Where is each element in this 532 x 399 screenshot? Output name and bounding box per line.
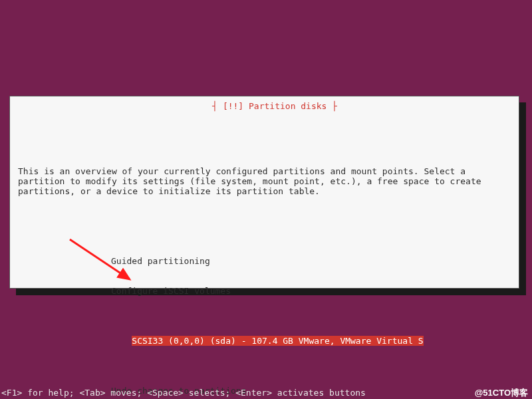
menu-spacer — [111, 316, 511, 326]
intro-line: partition to modify its settings (file s… — [18, 176, 511, 186]
title-suffix: ├ — [332, 101, 337, 111]
title-text: Partition disks — [243, 101, 332, 111]
menu-configure-iscsi[interactable]: Configure iSCSI volumes — [111, 286, 511, 296]
dialog-title-inner: ┤ [!!] Partition disks ├ — [211, 101, 338, 111]
intro-line: This is an overview of your currently co… — [18, 166, 511, 176]
intro-line: partitions, or a device to initialize it… — [18, 186, 511, 196]
dialog-intro: This is an overview of your currently co… — [18, 166, 511, 196]
watermark: @51CTO博客 — [475, 388, 528, 398]
partition-menu: Guided partitioning Configure iSCSI volu… — [111, 236, 511, 399]
title-prefix: ┤ — [212, 101, 223, 111]
dialog-title: ┤ [!!] Partition disks ├ — [10, 91, 519, 121]
menu-guided-partitioning[interactable]: Guided partitioning — [111, 256, 511, 266]
menu-spacer — [111, 356, 511, 366]
title-bang: [!!] — [223, 101, 243, 111]
partition-disks-dialog: ┤ [!!] Partition disks ├ This is an over… — [9, 96, 519, 289]
help-bar: <F1> for help; <Tab> moves; <Space> sele… — [1, 388, 531, 398]
menu-disk-sda[interactable]: SCSI33 (0,0,0) (sda) - 107.4 GB VMware, … — [132, 336, 423, 346]
